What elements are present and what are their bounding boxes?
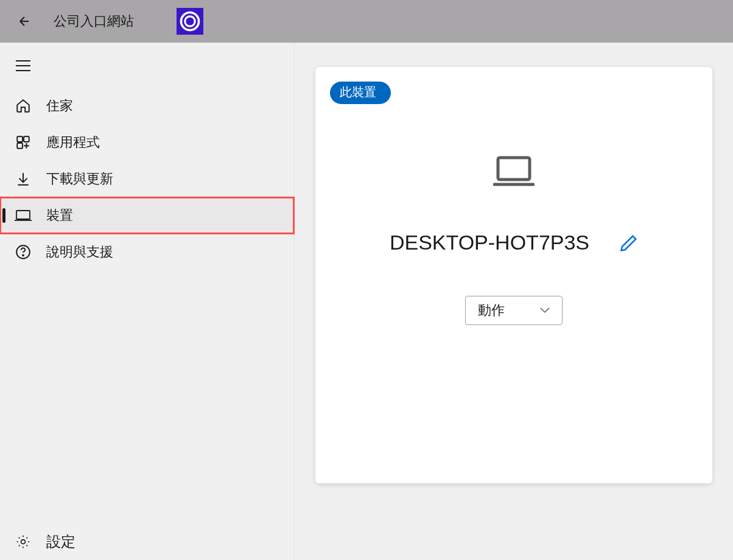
sidebar-item-apps[interactable]: 應用程式 — [0, 124, 294, 161]
svg-rect-13 — [498, 158, 530, 180]
device-card: 此裝置 DESKTOP-HOT7P3S 動作 — [315, 67, 712, 483]
hamburger-menu-button[interactable] — [5, 47, 41, 84]
svg-point-1 — [185, 16, 195, 26]
help-icon — [15, 243, 32, 261]
sidebar-item-label: 裝置 — [46, 206, 73, 225]
this-device-badge: 此裝置 — [330, 82, 391, 104]
apps-icon — [15, 134, 32, 151]
sidebar-item-label: 下載與更新 — [46, 170, 113, 188]
back-arrow-icon — [17, 14, 32, 29]
svg-rect-7 — [17, 143, 23, 149]
titlebar: 公司入口網站 — [0, 0, 733, 43]
device-name: DESKTOP-HOT7P3S — [390, 231, 589, 254]
svg-point-12 — [21, 540, 26, 544]
laptop-icon — [15, 207, 32, 224]
svg-rect-6 — [24, 136, 29, 142]
main-panel: 此裝置 DESKTOP-HOT7P3S 動作 — [295, 43, 733, 560]
sidebar-item-label: 說明與支援 — [46, 243, 113, 261]
sidebar-item-help[interactable]: 說明與支援 — [0, 234, 294, 270]
sidebar-item-devices[interactable]: 裝置 — [0, 197, 294, 234]
app-logo-icon — [177, 8, 203, 35]
nav-list: 住家 應用程式 下 — [0, 88, 294, 270]
sidebar-item-settings[interactable]: 設定 — [0, 523, 294, 560]
action-dropdown[interactable]: 動作 — [465, 296, 563, 325]
sidebar: 住家 應用程式 下 — [0, 43, 295, 560]
gear-icon — [15, 533, 32, 550]
home-icon — [15, 97, 32, 114]
download-icon — [15, 170, 32, 187]
svg-rect-5 — [17, 136, 23, 142]
app-title: 公司入口網站 — [54, 12, 134, 30]
svg-point-11 — [23, 255, 24, 256]
sidebar-item-downloads[interactable]: 下載與更新 — [0, 161, 294, 197]
sidebar-item-label: 應用程式 — [46, 133, 100, 152]
hamburger-icon — [16, 60, 30, 72]
edit-device-name-button[interactable] — [620, 234, 638, 252]
svg-rect-8 — [16, 211, 30, 219]
back-button[interactable] — [12, 9, 37, 33]
sidebar-item-label: 住家 — [46, 97, 73, 115]
pencil-icon — [620, 234, 638, 252]
svg-point-0 — [181, 12, 198, 30]
chevron-down-icon — [540, 307, 550, 313]
laptop-large-icon — [493, 155, 535, 187]
sidebar-item-home[interactable]: 住家 — [0, 88, 294, 124]
sidebar-item-label: 設定 — [46, 532, 75, 551]
action-dropdown-label: 動作 — [478, 301, 505, 320]
